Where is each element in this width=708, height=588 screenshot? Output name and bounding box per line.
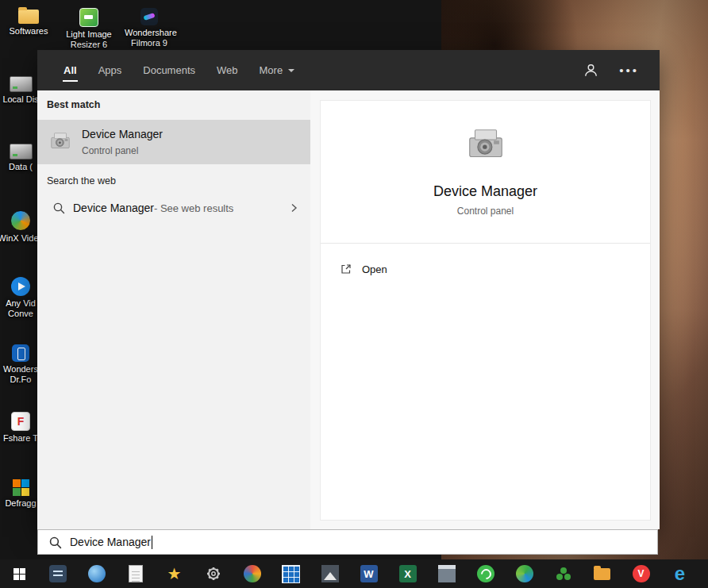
media-player-icon xyxy=(244,565,261,582)
device-manager-icon xyxy=(464,125,507,167)
taskbar-folder-app[interactable] xyxy=(583,559,621,588)
taskbar-excel[interactable]: X xyxy=(388,559,427,588)
user-icon[interactable] xyxy=(583,63,598,78)
excel-icon: X xyxy=(399,565,417,582)
text-caret xyxy=(152,536,152,549)
drfone-icon xyxy=(12,344,29,362)
defraggler-icon xyxy=(13,479,29,496)
tab-apps[interactable]: Apps xyxy=(98,50,123,90)
desktop-icon-light-image-resizer[interactable]: Light Image Resizer 6 xyxy=(63,8,114,50)
tab-all[interactable]: All xyxy=(63,50,78,90)
desktop-icon-label: Local Dis xyxy=(2,94,38,105)
web-search-result[interactable]: Device Manager - See web results xyxy=(37,193,310,223)
word-icon: W xyxy=(360,565,378,582)
tab-label: All xyxy=(63,64,77,76)
search-results-body: Best match Device Manager Control panel … xyxy=(37,90,660,529)
search-header: All Apps Documents Web More xyxy=(37,50,660,90)
desktop-icon-label: Fshare T xyxy=(3,433,38,444)
tab-label: Web xyxy=(217,64,238,76)
search-input-value: Device Manager xyxy=(70,536,151,548)
chevron-down-icon xyxy=(288,69,294,72)
desktop: Softwares Light Image Resizer 6 Wondersh… xyxy=(0,0,708,588)
winx-video-icon xyxy=(10,210,31,231)
taskbar-app-window[interactable] xyxy=(427,559,466,588)
desktop-icon-label: Defragg xyxy=(5,498,36,509)
search-icon xyxy=(48,536,62,549)
web-suffix-text: - See web results xyxy=(154,202,233,214)
any-video-converter-icon xyxy=(11,277,30,296)
device-manager-icon xyxy=(48,130,72,154)
messenger-icon xyxy=(49,565,67,582)
search-filter-tabs: All Apps Documents Web More xyxy=(63,50,295,90)
more-options-icon[interactable]: ••• xyxy=(619,63,639,77)
grid-app-icon xyxy=(282,565,300,583)
taskbar-bookmarks[interactable]: ★ xyxy=(155,559,194,588)
launch-icon xyxy=(340,263,352,275)
search-the-web-label: Search the web xyxy=(47,175,116,186)
windows-logo-icon xyxy=(13,568,25,580)
star-icon: ★ xyxy=(167,566,182,582)
taskbar-swirl-app[interactable] xyxy=(505,559,544,588)
taskbar-settings[interactable] xyxy=(194,559,233,588)
preview-pane: Device Manager Control panel Open xyxy=(320,100,651,521)
taskbar-notepad[interactable] xyxy=(116,559,155,588)
header-actions: ••• xyxy=(583,50,645,90)
taskbar-whatsapp[interactable] xyxy=(466,559,505,588)
tab-documents[interactable]: Documents xyxy=(142,50,196,90)
light-image-resizer-icon xyxy=(79,8,98,27)
edge-icon: e xyxy=(675,564,685,583)
vivaldi-icon: V xyxy=(633,565,650,582)
preview-title: Device Manager xyxy=(321,183,650,200)
taskbar-edge[interactable]: e xyxy=(660,559,699,588)
taskbar-messenger[interactable] xyxy=(38,559,77,588)
tab-web[interactable]: Web xyxy=(216,50,239,90)
tab-label: Documents xyxy=(143,64,195,76)
divider xyxy=(321,243,650,244)
search-flyout: All Apps Documents Web More xyxy=(37,50,660,529)
filmora-icon xyxy=(140,8,158,25)
result-title: Device Manager xyxy=(82,128,163,140)
tab-more[interactable]: More xyxy=(259,50,296,90)
photos-icon xyxy=(321,565,339,582)
folder-icon xyxy=(18,10,39,24)
taskbar-clover-app[interactable] xyxy=(544,559,583,588)
taskbar-browser[interactable] xyxy=(77,559,116,588)
desktop-icon-softwares[interactable]: Softwares xyxy=(3,10,54,37)
hard-disk-icon xyxy=(10,144,33,159)
desktop-icon-filmora[interactable]: Wondershare Filmora 9 xyxy=(124,8,175,48)
swirl-app-icon xyxy=(516,565,533,582)
desktop-icon-label: Wondershare Filmora 9 xyxy=(125,28,174,48)
tab-label: More xyxy=(260,64,283,76)
web-query-text: Device Manager xyxy=(73,202,154,214)
folder-app-icon xyxy=(594,568,610,580)
desktop-icon-label: Light Image Resizer 6 xyxy=(64,29,114,50)
search-input[interactable]: Device Manager xyxy=(37,529,658,555)
taskbar: ★ W X xyxy=(0,559,708,588)
taskbar-grid-app[interactable] xyxy=(271,559,310,588)
desktop-icon-label: Softwares xyxy=(10,26,48,37)
best-match-label: Best match xyxy=(47,99,100,110)
open-label: Open xyxy=(362,263,387,275)
results-pane: Best match Device Manager Control panel … xyxy=(37,90,310,529)
taskbar-word[interactable]: W xyxy=(349,559,388,588)
desktop-icon-label: Data ( xyxy=(9,162,33,172)
hard-disk-icon xyxy=(10,76,33,92)
taskbar-vivaldi[interactable]: V xyxy=(621,559,660,588)
whatsapp-icon xyxy=(477,565,494,582)
start-button[interactable] xyxy=(0,559,38,588)
taskbar-photos[interactable] xyxy=(310,559,349,588)
fshare-icon: F xyxy=(11,412,30,431)
search-icon xyxy=(52,202,65,214)
chevron-right-icon xyxy=(288,202,299,214)
settings-gear-icon xyxy=(206,566,221,582)
result-device-manager[interactable]: Device Manager Control panel xyxy=(37,120,310,164)
notepad-icon xyxy=(129,565,143,582)
browser-icon xyxy=(88,565,106,582)
preview-subtitle: Control panel xyxy=(321,206,650,217)
result-subtitle: Control panel xyxy=(82,145,138,156)
taskbar-media-player[interactable] xyxy=(233,559,271,588)
app-window-icon xyxy=(438,565,456,582)
open-action[interactable]: Open xyxy=(321,253,650,285)
tab-label: Apps xyxy=(98,64,122,76)
clover-app-icon xyxy=(560,567,567,574)
